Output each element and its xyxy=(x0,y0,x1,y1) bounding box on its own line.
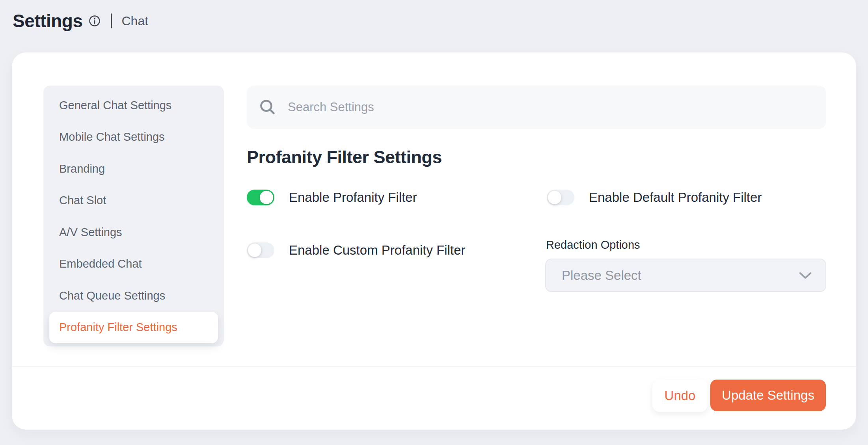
search-input[interactable] xyxy=(288,100,814,114)
sidebar-item-general-chat-settings[interactable]: General Chat Settings xyxy=(43,89,224,121)
redaction-options-select[interactable]: Please Select xyxy=(545,259,826,292)
toggle-knob xyxy=(248,244,261,257)
page-header: Settings Chat xyxy=(13,10,148,32)
enable-custom-profanity-filter-label: Enable Custom Profanity Filter xyxy=(289,243,466,258)
redaction-options-group: Redaction Options Please Select xyxy=(545,238,826,292)
enable-profanity-filter-row: Enable Profanity Filter xyxy=(247,190,417,205)
toggle-knob xyxy=(260,191,273,204)
sidebar-item-branding[interactable]: Branding xyxy=(43,153,224,185)
chevron-down-icon xyxy=(799,271,812,280)
page-title: Settings xyxy=(13,10,82,32)
redaction-options-label: Redaction Options xyxy=(546,238,826,251)
undo-button[interactable]: Undo xyxy=(652,380,708,412)
sidebar-item-chat-queue-settings[interactable]: Chat Queue Settings xyxy=(43,280,224,312)
sidebar-item-chat-slot[interactable]: Chat Slot xyxy=(43,185,224,217)
section-heading: Profanity Filter Settings xyxy=(247,147,442,168)
settings-card: General Chat Settings Mobile Chat Settin… xyxy=(12,52,856,430)
footer-divider xyxy=(12,366,856,367)
enable-default-profanity-filter-label: Enable Default Profanity Filter xyxy=(589,190,762,205)
info-icon[interactable] xyxy=(89,15,101,27)
sidebar-item-profanity-filter-settings[interactable]: Profanity Filter Settings xyxy=(49,312,218,344)
sidebar-item-embedded-chat[interactable]: Embedded Chat xyxy=(43,248,224,280)
sidebar-item-mobile-chat-settings[interactable]: Mobile Chat Settings xyxy=(43,121,224,153)
toggle-knob xyxy=(548,191,561,204)
enable-default-profanity-filter-toggle[interactable] xyxy=(547,190,574,205)
search-icon xyxy=(259,98,277,116)
sidebar-item-av-settings[interactable]: A/V Settings xyxy=(43,216,224,248)
settings-sidebar: General Chat Settings Mobile Chat Settin… xyxy=(43,86,224,346)
enable-default-profanity-filter-row: Enable Default Profanity Filter xyxy=(547,190,762,205)
enable-custom-profanity-filter-row: Enable Custom Profanity Filter xyxy=(247,242,466,258)
enable-custom-profanity-filter-toggle[interactable] xyxy=(247,242,274,258)
update-settings-button[interactable]: Update Settings xyxy=(710,380,826,411)
enable-profanity-filter-toggle[interactable] xyxy=(247,190,274,205)
redaction-options-selected-value: Please Select xyxy=(562,268,799,283)
enable-profanity-filter-label: Enable Profanity Filter xyxy=(289,190,417,205)
search-bar xyxy=(247,86,826,129)
header-separator xyxy=(111,13,112,28)
breadcrumb-section: Chat xyxy=(121,14,148,28)
